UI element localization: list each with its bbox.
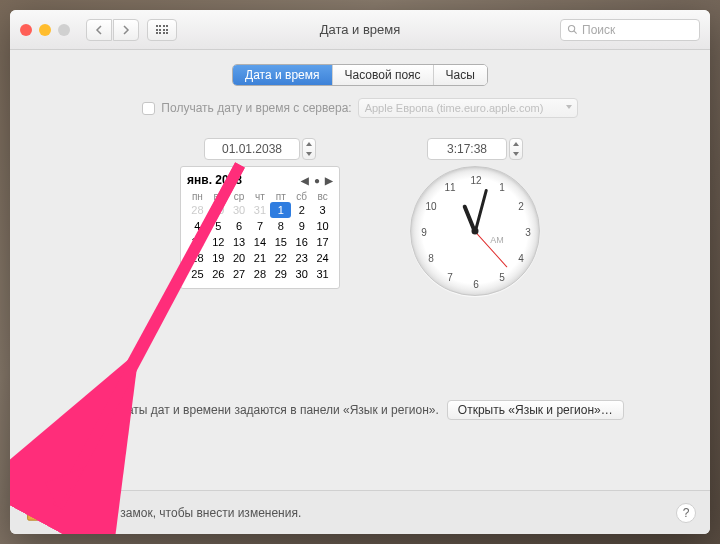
calendar[interactable]: янв. 2038 ◀ ● ▶ пнвтсрчтптсбвс 282930311… — [180, 166, 340, 289]
tab-bar: Дата и время Часовой пояс Часы — [10, 64, 710, 86]
content-area: Дата и время Часовой пояс Часы Получать … — [10, 50, 710, 490]
server-checkbox-label: Получать дату и время с сервера: — [161, 101, 351, 115]
preferences-window: Дата и время Поиск Дата и время Часовой … — [10, 10, 710, 534]
calendar-day[interactable]: 13 — [229, 234, 250, 250]
calendar-day[interactable]: 31 — [250, 202, 271, 218]
format-text: Форматы дат и времени задаются в панели … — [96, 403, 439, 417]
ampm-label: AM — [490, 235, 504, 245]
lock-icon[interactable] — [24, 504, 42, 522]
help-button[interactable]: ? — [676, 503, 696, 523]
calendar-day[interactable]: 26 — [208, 266, 229, 282]
calendar-day[interactable]: 24 — [312, 250, 333, 266]
calendar-day[interactable]: 29 — [208, 202, 229, 218]
lock-text: Нажмите на замок, чтобы внести изменения… — [50, 506, 301, 520]
show-all-button[interactable] — [147, 19, 177, 41]
calendar-day[interactable]: 15 — [270, 234, 291, 250]
search-input[interactable]: Поиск — [560, 19, 700, 41]
calendar-day[interactable]: 5 — [208, 218, 229, 234]
footer: Нажмите на замок, чтобы внести изменения… — [10, 490, 710, 534]
window-controls — [20, 24, 70, 36]
calendar-day[interactable]: 25 — [187, 266, 208, 282]
calendar-day[interactable]: 21 — [250, 250, 271, 266]
calendar-day[interactable]: 28 — [187, 202, 208, 218]
calendar-day[interactable]: 1 — [270, 202, 291, 218]
cal-next-icon[interactable]: ▶ — [325, 175, 333, 186]
svg-rect-3 — [28, 512, 39, 520]
calendar-day[interactable]: 28 — [250, 266, 271, 282]
titlebar: Дата и время Поиск — [10, 10, 710, 50]
calendar-day[interactable]: 27 — [229, 266, 250, 282]
calendar-day[interactable]: 12 — [208, 234, 229, 250]
calendar-day[interactable]: 23 — [291, 250, 312, 266]
search-placeholder: Поиск — [582, 23, 615, 37]
date-field[interactable]: 01.01.2038 — [204, 138, 300, 160]
calendar-day[interactable]: 6 — [229, 218, 250, 234]
analog-clock: AM 121234567891011 — [410, 166, 540, 296]
server-checkbox[interactable] — [142, 102, 155, 115]
svg-line-1 — [574, 31, 577, 34]
calendar-day[interactable]: 19 — [208, 250, 229, 266]
time-field[interactable]: 3:17:38 — [427, 138, 507, 160]
time-panel: 3:17:38 AM 121234567891011 — [410, 138, 540, 296]
tab-clock[interactable]: Часы — [434, 65, 487, 85]
calendar-day[interactable]: 10 — [312, 218, 333, 234]
maximize-icon[interactable] — [58, 24, 70, 36]
open-language-region-button[interactable]: Открыть «Язык и регион»… — [447, 400, 624, 420]
date-stepper[interactable] — [302, 138, 316, 160]
calendar-day[interactable]: 14 — [250, 234, 271, 250]
format-row: Форматы дат и времени задаются в панели … — [10, 400, 710, 420]
calendar-day[interactable]: 9 — [291, 218, 312, 234]
calendar-day[interactable]: 8 — [270, 218, 291, 234]
tab-date-time[interactable]: Дата и время — [233, 65, 332, 85]
back-button[interactable] — [86, 19, 112, 41]
nav-buttons — [86, 19, 139, 41]
calendar-day[interactable]: 29 — [270, 266, 291, 282]
forward-button[interactable] — [113, 19, 139, 41]
calendar-day[interactable]: 18 — [187, 250, 208, 266]
svg-point-0 — [568, 25, 574, 31]
calendar-day[interactable]: 4 — [187, 218, 208, 234]
cal-prev-icon[interactable]: ◀ — [301, 175, 309, 186]
calendar-day[interactable]: 31 — [312, 266, 333, 282]
calendar-day[interactable]: 20 — [229, 250, 250, 266]
close-icon[interactable] — [20, 24, 32, 36]
calendar-day[interactable]: 7 — [250, 218, 271, 234]
calendar-day[interactable]: 30 — [229, 202, 250, 218]
cal-today-icon[interactable]: ● — [314, 175, 320, 186]
calendar-day[interactable]: 22 — [270, 250, 291, 266]
time-stepper[interactable] — [509, 138, 523, 160]
calendar-day[interactable]: 16 — [291, 234, 312, 250]
calendar-month-label: янв. 2038 — [187, 173, 242, 187]
server-row: Получать дату и время с сервера: Apple Е… — [10, 98, 710, 118]
minimize-icon[interactable] — [39, 24, 51, 36]
calendar-day[interactable]: 17 — [312, 234, 333, 250]
calendar-day[interactable]: 3 — [312, 202, 333, 218]
calendar-day[interactable]: 2 — [291, 202, 312, 218]
search-icon — [567, 24, 578, 35]
server-dropdown[interactable]: Apple Европа (time.euro.apple.com) — [358, 98, 578, 118]
tab-time-zone[interactable]: Часовой пояс — [333, 65, 434, 85]
date-panel: 01.01.2038 янв. 2038 ◀ ● ▶ пнвтсрчтптсбв… — [180, 138, 340, 296]
calendar-day[interactable]: 30 — [291, 266, 312, 282]
calendar-day[interactable]: 11 — [187, 234, 208, 250]
